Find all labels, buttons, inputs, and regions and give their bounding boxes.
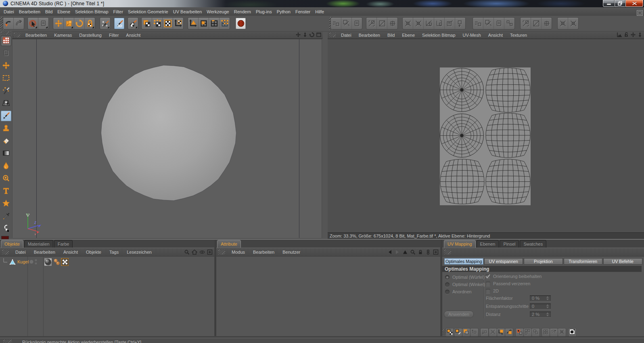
paintcol-grip[interactable] bbox=[1, 32, 11, 34]
unlock-icon[interactable] bbox=[623, 32, 629, 38]
menu-item-hilfe[interactable]: Hilfe bbox=[313, 9, 326, 14]
tab-materialien[interactable]: Materialien bbox=[24, 240, 53, 248]
uv-relax1-button[interactable] bbox=[521, 18, 531, 29]
menu-item-rendern[interactable]: Rendern bbox=[232, 9, 253, 14]
lock-icon[interactable] bbox=[417, 249, 423, 255]
histogram-icon[interactable] bbox=[617, 32, 622, 38]
move-button[interactable] bbox=[53, 18, 63, 29]
attribute-menu-modus[interactable]: Modus bbox=[228, 250, 249, 255]
tab-objekte[interactable]: Objekte bbox=[1, 240, 23, 248]
home-icon[interactable] bbox=[191, 249, 197, 255]
sel-new-button[interactable] bbox=[446, 328, 454, 336]
move-uv-button[interactable] bbox=[497, 328, 505, 336]
viewport-menu-ansicht[interactable]: Ansicht bbox=[122, 33, 144, 38]
grid-dots-button[interactable] bbox=[219, 18, 230, 29]
menu-item-werkzeuge[interactable]: Werkzeuge bbox=[204, 9, 231, 14]
layer-del-button[interactable] bbox=[470, 328, 478, 336]
pan-icon[interactable] bbox=[630, 32, 636, 38]
radio-2[interactable] bbox=[445, 290, 450, 294]
paint-brush-tool[interactable] bbox=[1, 111, 11, 121]
frame-a-button[interactable] bbox=[481, 328, 488, 336]
projection-paint-tool[interactable] bbox=[1, 98, 11, 109]
uv-relax3-button[interactable] bbox=[541, 18, 552, 29]
menu-item-selektion-geometrie[interactable]: Selektion Geometrie bbox=[125, 9, 171, 14]
square-orange-button[interactable] bbox=[198, 18, 209, 29]
texture-menu-selektion-bitmap[interactable]: Selektion Bitmap bbox=[418, 33, 459, 38]
objects-menu-grip[interactable] bbox=[2, 250, 9, 255]
field-stepper-1[interactable] bbox=[546, 304, 550, 309]
checkbox-0[interactable] bbox=[486, 274, 490, 279]
tab-uv-mapping[interactable]: UV Mapping bbox=[444, 240, 476, 248]
fill-drop-tool[interactable] bbox=[1, 161, 11, 171]
objects-menu-tags[interactable]: Tags bbox=[105, 250, 123, 255]
dodge-tool[interactable] bbox=[1, 173, 11, 184]
viewport-menu-grip[interactable] bbox=[14, 33, 20, 37]
viewport-menu-bearbeiten[interactable]: Bearbeiten bbox=[22, 33, 50, 38]
field-stepper-2[interactable] bbox=[546, 312, 550, 317]
field-input-2[interactable]: 2 % bbox=[530, 311, 551, 317]
up-icon[interactable] bbox=[402, 249, 408, 255]
check-pen-button[interactable] bbox=[558, 328, 566, 336]
object-row-kugel[interactable]: Kugel bbox=[0, 258, 214, 266]
radio-0[interactable] bbox=[445, 275, 450, 280]
zoom-icon[interactable] bbox=[637, 32, 643, 38]
uv-sq1-button[interactable] bbox=[473, 18, 483, 29]
eraser-tool[interactable] bbox=[1, 136, 11, 146]
objects-menu-lesezeichen[interactable]: Lesezeichen bbox=[123, 250, 156, 255]
menu-item-bild[interactable]: Bild bbox=[43, 9, 55, 14]
uv-relax2-button[interactable] bbox=[531, 18, 541, 29]
dot-square-button[interactable] bbox=[516, 328, 523, 336]
layout-grid-tool[interactable] bbox=[1, 36, 11, 46]
attribute-menu-benutzer[interactable]: Benutzer bbox=[278, 250, 304, 255]
uv-diag-button[interactable] bbox=[387, 18, 397, 29]
field-input-1[interactable]: 0 bbox=[530, 303, 551, 309]
menu-item-fenster[interactable]: Fenster bbox=[293, 9, 313, 14]
layout-switch-icon[interactable] bbox=[637, 10, 643, 16]
search-icon[interactable] bbox=[410, 249, 416, 255]
frame-b-button[interactable] bbox=[489, 328, 497, 336]
live-selection-button[interactable] bbox=[28, 18, 38, 29]
uv-texture-image[interactable] bbox=[440, 67, 531, 205]
pan-icon[interactable] bbox=[295, 32, 301, 38]
objects-menu-bearbeiten[interactable]: Bearbeiten bbox=[30, 250, 59, 255]
relax-b-button[interactable] bbox=[550, 328, 558, 336]
viewport-3d-view[interactable]: Y z x bbox=[12, 39, 322, 238]
maximize-button[interactable] bbox=[615, 0, 626, 7]
dots-checker-button[interactable] bbox=[152, 18, 162, 29]
attribute-menu-grip[interactable] bbox=[218, 250, 225, 255]
menu-item-ebene[interactable]: Ebene bbox=[55, 9, 73, 14]
undo-button[interactable] bbox=[3, 18, 13, 29]
maximize-view-icon[interactable] bbox=[316, 32, 322, 38]
arrow-checker-button[interactable] bbox=[173, 18, 183, 29]
uv-fit1-button[interactable] bbox=[558, 18, 568, 29]
brush-stars-button[interactable] bbox=[100, 18, 110, 29]
menu-item-plug-ins[interactable]: Plug-ins bbox=[253, 9, 274, 14]
minimize-button[interactable] bbox=[603, 0, 615, 7]
copy-checker-button[interactable] bbox=[142, 18, 152, 29]
texture-menu-uv-mesh[interactable]: UV-Mesh bbox=[459, 33, 485, 38]
pipette-tool[interactable] bbox=[1, 211, 11, 221]
menu-item-uv-bearbeiten[interactable]: UV Bearbeiten bbox=[171, 9, 205, 14]
menu-item-datei[interactable]: Datei bbox=[1, 9, 17, 14]
add-icon[interactable] bbox=[207, 249, 213, 255]
scale-button[interactable] bbox=[63, 18, 74, 29]
layers-copy-button[interactable] bbox=[462, 328, 470, 336]
tab-swatches[interactable]: Swatches bbox=[520, 240, 546, 248]
back-icon[interactable] bbox=[387, 249, 393, 255]
menu-item-python[interactable]: Python bbox=[274, 9, 293, 14]
tab-ebenen[interactable]: Ebenen bbox=[477, 240, 499, 248]
objects-menu-ansicht[interactable]: Ansicht bbox=[59, 250, 82, 255]
grid-b-button[interactable] bbox=[532, 328, 539, 336]
grid-window-button[interactable] bbox=[209, 18, 219, 29]
rotate-button[interactable] bbox=[74, 18, 84, 29]
paint-3d-button[interactable]: 3D bbox=[114, 18, 124, 29]
relax-a-button[interactable] bbox=[542, 328, 550, 336]
redo-button[interactable] bbox=[13, 18, 24, 29]
field-stepper-0[interactable] bbox=[546, 296, 550, 301]
gradient-tool[interactable] bbox=[1, 148, 11, 159]
forward-icon[interactable] bbox=[394, 249, 400, 255]
texture-menu-ansicht[interactable]: Ansicht bbox=[485, 33, 506, 38]
color-picker-tool[interactable] bbox=[1, 223, 11, 234]
render-sphere-button[interactable] bbox=[236, 18, 246, 29]
texture-menu-texturen[interactable]: Texturen bbox=[506, 33, 531, 38]
